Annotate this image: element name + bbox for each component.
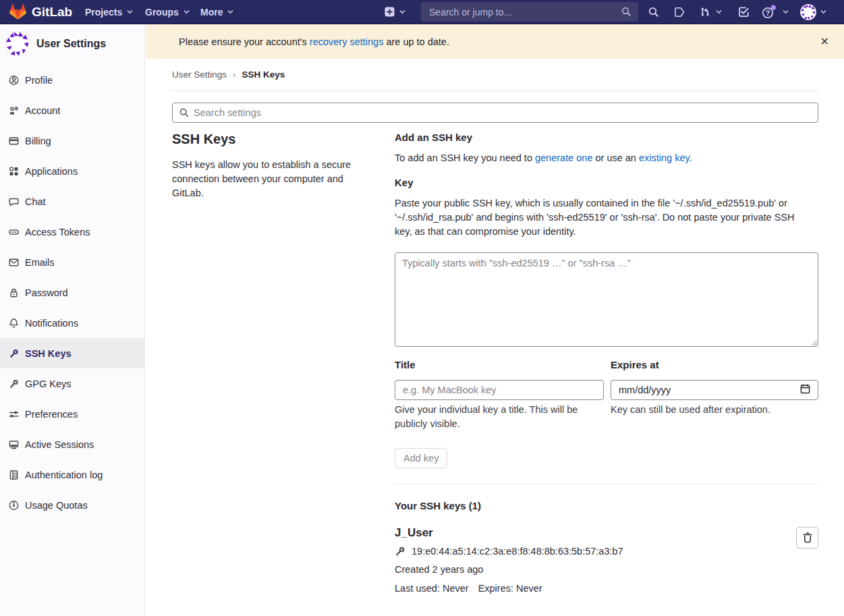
svg-text:?: ? bbox=[766, 9, 770, 17]
